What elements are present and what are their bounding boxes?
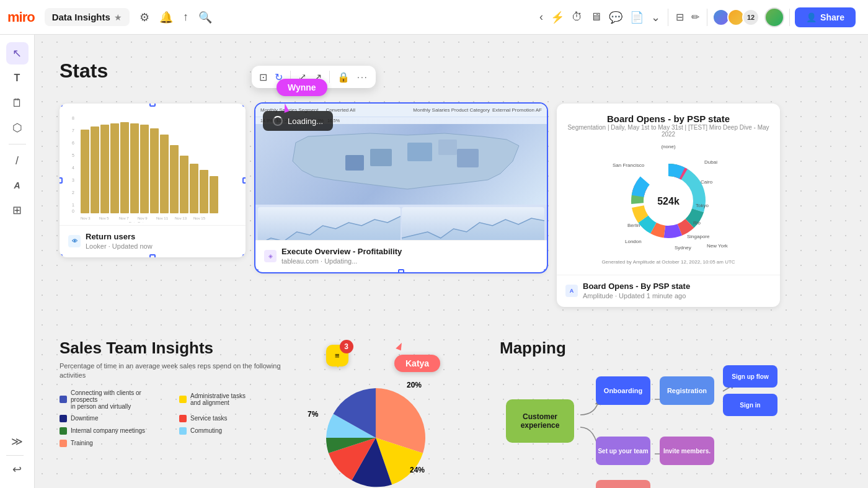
tool-undo[interactable]: ↩ xyxy=(6,458,29,481)
svg-text:Nov 13: Nov 13 xyxy=(175,216,187,220)
node-signin[interactable]: Sign in xyxy=(723,394,777,416)
resize-bl2[interactable] xyxy=(255,269,259,272)
legend-service: Service tasks xyxy=(179,415,289,422)
embed-icon[interactable]: ⊡ xyxy=(259,71,267,83)
tool-sticky[interactable]: 🗒 xyxy=(6,92,29,114)
node-customer-exp[interactable]: Customer experience xyxy=(506,399,574,443)
donut-subtitle: Segmentation | Daily, May 1st to May 31s… xyxy=(567,124,770,138)
svg-rect-31 xyxy=(407,143,432,161)
resize-bm2[interactable] xyxy=(398,269,404,272)
avatar-count[interactable]: 12 xyxy=(742,9,760,26)
timer-icon[interactable]: ⏱ xyxy=(569,8,585,26)
svg-rect-20 xyxy=(190,164,198,213)
lightning-icon[interactable]: ⚡ xyxy=(548,8,567,27)
bar-chart-card[interactable]: 8 7 6 5 4 3 2 1 0 xyxy=(60,104,246,257)
settings-icon[interactable]: ⚙ xyxy=(140,11,149,24)
resize-tl[interactable] xyxy=(60,104,63,107)
lock-icon[interactable]: 🔒 xyxy=(337,71,350,83)
pen-icon[interactable]: ✏ xyxy=(689,9,702,25)
sticky-icon: 🗒 xyxy=(12,97,23,110)
share-button[interactable]: 👤 Share xyxy=(795,7,856,27)
resize-tr[interactable] xyxy=(242,104,246,107)
screen-icon[interactable]: 🖥 xyxy=(588,8,604,26)
search-icon[interactable]: 🔍 xyxy=(198,11,212,24)
legend-label-commuting: Commuting xyxy=(190,427,222,434)
svg-rect-21 xyxy=(200,170,208,213)
label-sydney: Sydney xyxy=(675,245,691,251)
loading-overlay: Loading... xyxy=(263,111,333,131)
canvas[interactable]: Stats Wynne ⊡ ↻ ⤢ ↗ 🔒 ··· xyxy=(35,35,868,488)
pie-label-20: 20% xyxy=(407,381,422,389)
sales-subtitle: Percentage of time in an average week sa… xyxy=(60,362,289,381)
miro-logo[interactable]: miro xyxy=(7,9,35,25)
notifications-icon[interactable]: 🔔 xyxy=(159,11,173,24)
tableau-card[interactable]: Loading... Monthly Salaries Segment Conv… xyxy=(255,104,547,272)
undo-icon: ↩ xyxy=(12,463,22,476)
tool-pen[interactable]: / xyxy=(6,149,29,172)
svg-text:Date Date: Date Date xyxy=(129,221,146,223)
source-icon: 👁 xyxy=(68,235,81,247)
resize-mr[interactable] xyxy=(242,177,246,184)
chart-meta: Looker · Updated now xyxy=(86,242,153,250)
resize-bl[interactable] xyxy=(60,254,63,257)
resize-br[interactable] xyxy=(242,254,246,257)
resize-ml[interactable] xyxy=(60,177,63,184)
user-avatar[interactable] xyxy=(764,7,784,27)
node-onboarding[interactable]: Onboarding xyxy=(596,376,650,405)
legend-label-training: Training xyxy=(71,440,93,446)
legend-downtime: Downtime xyxy=(60,415,169,422)
svg-rect-11 xyxy=(100,125,109,213)
upload-icon[interactable]: ↑ xyxy=(183,11,188,24)
node-signup[interactable]: Sign up flow xyxy=(723,365,777,388)
tool-frame[interactable]: ⊞ xyxy=(6,199,29,221)
comment-badge[interactable]: ≡ 3 xyxy=(326,345,348,366)
svg-rect-22 xyxy=(210,176,218,213)
chart-info: Return users Looker · Updated now xyxy=(86,232,153,250)
node-bottom-red[interactable] xyxy=(596,480,650,488)
filter-icon[interactable]: ⊟ xyxy=(673,9,686,25)
ft-divider2 xyxy=(329,71,330,83)
comment-arrow xyxy=(335,363,341,371)
donut-footer: A Board Opens - By PSP state Amplitude ·… xyxy=(557,275,780,307)
tool-expand[interactable]: ≫ xyxy=(6,430,29,453)
resize-br2[interactable] xyxy=(544,269,547,272)
svg-rect-18 xyxy=(170,145,179,213)
node-registration[interactable]: Registration xyxy=(660,376,714,405)
toolbar-icons: ⚙ 🔔 ↑ 🔍 xyxy=(140,11,212,24)
donut-inner: Board Opens - by PSP state Segmentation … xyxy=(557,104,780,275)
doc-icon[interactable]: 📄 xyxy=(627,8,646,27)
shapes-icon: ⬡ xyxy=(12,121,22,135)
more-options-icon[interactable]: ··· xyxy=(357,72,368,82)
mapping-title: Mapping xyxy=(500,339,760,358)
node-invite-members[interactable]: Invite members. xyxy=(660,437,714,465)
chart-source: 👁 Return users Looker · Updated now xyxy=(68,232,237,250)
tool-hand[interactable]: A xyxy=(6,174,29,197)
resize-tm[interactable] xyxy=(149,104,156,107)
svg-rect-9 xyxy=(81,130,89,213)
tool-text[interactable]: T xyxy=(6,67,29,89)
legend-commuting: Commuting xyxy=(179,427,289,435)
back-icon[interactable]: ‹ xyxy=(537,8,546,26)
donut-label: Board Opens - By PSP state xyxy=(583,282,690,291)
resize-bm[interactable] xyxy=(149,254,156,257)
separator3 xyxy=(789,9,790,26)
chart-mini-2 xyxy=(402,207,544,240)
tool-shapes[interactable]: ⬡ xyxy=(6,117,29,139)
chat-icon[interactable]: 💬 xyxy=(606,8,625,27)
tool-select[interactable]: ↖ xyxy=(6,42,29,64)
donut-meta: Amplitude · Updated 1 minute ago xyxy=(583,292,690,299)
node-setup-team[interactable]: Set up your team xyxy=(596,437,650,465)
svg-rect-12 xyxy=(110,123,119,213)
comment-count[interactable]: 3 xyxy=(340,340,353,353)
loading-text: Loading... xyxy=(288,117,323,126)
board-title-area[interactable]: Data Insights ★ xyxy=(45,8,130,26)
loading-spinner xyxy=(273,116,283,126)
more-nav-icon[interactable]: ⌄ xyxy=(649,8,663,27)
star-icon[interactable]: ★ xyxy=(114,12,122,22)
comment-badge-area: ≡ 3 xyxy=(326,345,348,366)
donut-card[interactable]: Board Opens - by PSP state Segmentation … xyxy=(557,104,780,307)
bar-chart-inner: 8 7 6 5 4 3 2 1 0 xyxy=(60,104,246,225)
svg-rect-16 xyxy=(150,128,159,213)
label-tokyo: Tokyo xyxy=(696,203,709,208)
pie-label-7a: 7% xyxy=(308,410,318,419)
